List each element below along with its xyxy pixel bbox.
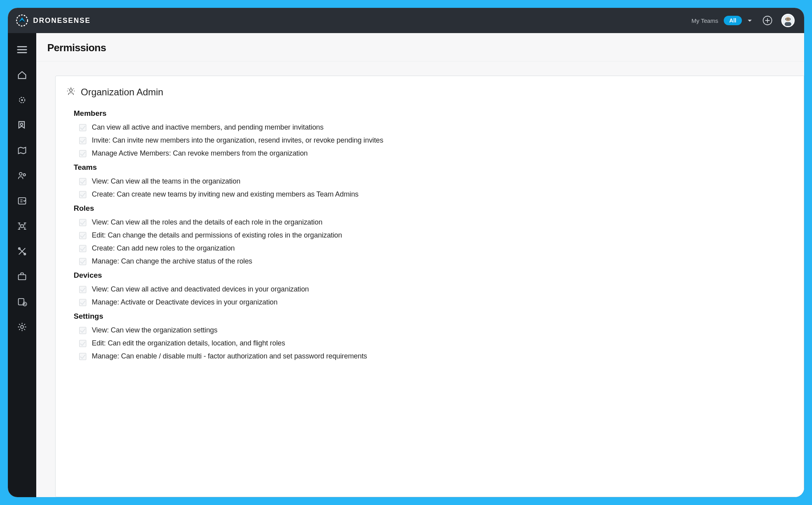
- hamburger-icon[interactable]: [15, 43, 29, 57]
- permission-row: Manage: Can enable / disable multi - fac…: [74, 350, 792, 363]
- permission-group: SettingsView: Can view the organization …: [74, 312, 792, 363]
- home-icon[interactable]: [15, 68, 29, 82]
- permission-group-title: Teams: [74, 163, 792, 172]
- permission-checkbox[interactable]: [79, 178, 86, 185]
- permission-row: Edit: Can change the details and permiss…: [74, 229, 792, 242]
- permission-label: View: Can view all the teams in the orga…: [92, 177, 240, 186]
- briefcase-icon[interactable]: [15, 269, 29, 284]
- permission-checkbox[interactable]: [79, 124, 86, 131]
- permission-row: Create: Can create new teams by inviting…: [74, 188, 792, 201]
- permission-label: Edit: Can edit the organization details,…: [92, 339, 285, 347]
- drone-icon[interactable]: [15, 219, 29, 233]
- permission-checkbox[interactable]: [79, 299, 86, 306]
- permission-checkbox[interactable]: [79, 191, 86, 198]
- map-icon[interactable]: [15, 143, 29, 158]
- permission-row: View: Can view all active and deactivate…: [74, 283, 792, 296]
- chevron-down-icon[interactable]: [747, 17, 753, 24]
- tools-icon[interactable]: [15, 244, 29, 258]
- permission-row: Invite: Can invite new members into the …: [74, 134, 792, 147]
- permission-label: Manage: Activate or Deactivate devices i…: [92, 298, 277, 306]
- body: Permissions Organization Admin MembersCa…: [8, 33, 804, 497]
- main: Permissions Organization Admin MembersCa…: [36, 33, 804, 497]
- permission-group: TeamsView: Can view all the teams in the…: [74, 163, 792, 201]
- permission-group-title: Devices: [74, 271, 792, 280]
- role-card: Organization Admin MembersCan view all a…: [55, 76, 804, 497]
- svg-point-18: [20, 325, 23, 328]
- checklist-icon[interactable]: [15, 194, 29, 208]
- permission-group: MembersCan view all active and inactive …: [74, 109, 792, 160]
- permission-row: Manage Active Members: Can revoke member…: [74, 147, 792, 160]
- svg-rect-15: [19, 275, 26, 280]
- permission-row: Manage: Can change the archive status of…: [74, 255, 792, 268]
- app-root: DRONESENSE My Teams All: [8, 8, 804, 497]
- permission-checkbox[interactable]: [79, 245, 86, 252]
- page-title: Permissions: [47, 42, 793, 54]
- svg-point-10: [23, 174, 26, 176]
- permission-checkbox[interactable]: [79, 232, 86, 239]
- permission-row: View: Can view all the roles and the det…: [74, 216, 792, 229]
- permission-label: View: Can view all active and deactivate…: [92, 285, 309, 293]
- permission-label: View: Can view the organization settings: [92, 326, 217, 334]
- content: Organization Admin MembersCan view all a…: [36, 61, 804, 497]
- permission-label: Can view all active and inactive members…: [92, 123, 323, 132]
- permission-label: Manage: Can change the archive status of…: [92, 257, 252, 265]
- permission-checkbox[interactable]: [79, 137, 86, 144]
- permission-checkbox[interactable]: [79, 286, 86, 293]
- settings-icon[interactable]: [15, 320, 29, 334]
- permission-checkbox[interactable]: [79, 327, 86, 334]
- app-frame: DRONESENSE My Teams All: [4, 4, 808, 501]
- svg-point-9: [19, 173, 22, 175]
- permission-group: DevicesView: Can view all active and dea…: [74, 271, 792, 309]
- permission-row: Edit: Can edit the organization details,…: [74, 337, 792, 350]
- map-pin-icon[interactable]: [15, 118, 29, 132]
- add-button[interactable]: [762, 15, 773, 26]
- permission-checkbox[interactable]: [79, 150, 86, 157]
- permission-label: Manage Active Members: Can revoke member…: [92, 149, 308, 158]
- permission-group-title: Members: [74, 109, 792, 118]
- svg-rect-12: [21, 225, 24, 228]
- target-icon[interactable]: [15, 93, 29, 107]
- page-header: Permissions: [36, 33, 804, 61]
- permission-group: RolesView: Can view all the roles and th…: [74, 204, 792, 268]
- permission-checkbox[interactable]: [79, 219, 86, 226]
- permission-label: Create: Can create new teams by inviting…: [92, 190, 359, 199]
- svg-point-8: [20, 123, 23, 126]
- permission-row: Can view all active and inactive members…: [74, 121, 792, 134]
- schedule-icon[interactable]: [15, 295, 29, 309]
- permission-checkbox[interactable]: [79, 340, 86, 347]
- svg-point-7: [21, 99, 23, 101]
- sidebar: [8, 33, 36, 497]
- my-teams-label: My Teams: [691, 17, 718, 24]
- permission-row: View: Can view the organization settings: [74, 324, 792, 337]
- team-icon[interactable]: [15, 169, 29, 183]
- brand[interactable]: DRONESENSE: [15, 13, 91, 28]
- permission-checkbox[interactable]: [79, 353, 86, 360]
- role-title: Organization Admin: [81, 87, 163, 98]
- avatar[interactable]: [781, 14, 795, 27]
- svg-rect-3: [785, 22, 792, 26]
- permission-label: View: Can view all the roles and the det…: [92, 218, 322, 227]
- permission-checkbox[interactable]: [79, 258, 86, 265]
- brand-logo-icon: [15, 13, 29, 28]
- permission-row: Create: Can add new roles to the organiz…: [74, 242, 792, 255]
- role-admin-icon: [66, 86, 76, 98]
- permission-label: Manage: Can enable / disable multi - fac…: [92, 352, 367, 360]
- permission-row: Manage: Activate or Deactivate devices i…: [74, 296, 792, 309]
- permission-row: View: Can view all the teams in the orga…: [74, 175, 792, 188]
- teams-filter-pill[interactable]: All: [724, 16, 742, 25]
- permission-group-title: Settings: [74, 312, 792, 321]
- brand-name: DRONESENSE: [33, 17, 91, 25]
- svg-point-19: [70, 89, 72, 91]
- permission-label: Edit: Can change the details and permiss…: [92, 231, 342, 240]
- permission-label: Invite: Can invite new members into the …: [92, 136, 383, 145]
- permission-label: Create: Can add new roles to the organiz…: [92, 244, 235, 253]
- permission-group-title: Roles: [74, 204, 792, 213]
- topbar: DRONESENSE My Teams All: [8, 8, 804, 33]
